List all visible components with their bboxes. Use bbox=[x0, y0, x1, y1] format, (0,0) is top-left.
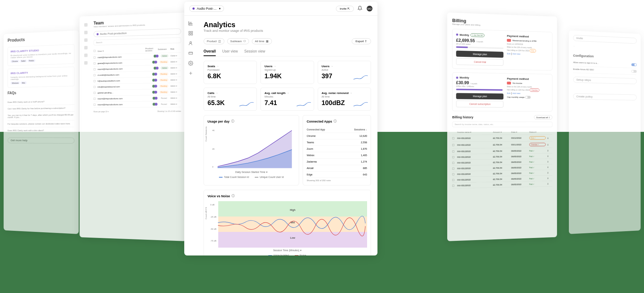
download-icon[interactable]: ⇩ bbox=[547, 172, 552, 174]
calendar-icon: ▦ bbox=[266, 40, 269, 43]
download-icon[interactable]: ⇩ bbox=[547, 177, 552, 179]
product-card[interactable]: IRIS CLARITYInstantly remove distracting… bbox=[8, 66, 74, 88]
stat-card[interactable]: Users →Signed up1.94K bbox=[260, 61, 314, 84]
download-all-button[interactable]: Download all ⇩ bbox=[534, 115, 552, 120]
row-checkbox[interactable] bbox=[94, 62, 96, 64]
row-checkbox[interactable] bbox=[94, 86, 96, 88]
cancel-button[interactable]: Cancel subscription bbox=[456, 100, 504, 108]
info-icon[interactable]: ⓘ bbox=[231, 119, 234, 124]
subteam-filter[interactable]: Subteam ⚇ bbox=[227, 38, 249, 44]
invoice-row[interactable]: INV-03112022£2,706.5403/11/2022Overdue ✓… bbox=[452, 141, 552, 149]
download-icon[interactable]: ⇩ bbox=[547, 149, 552, 152]
download-icon[interactable]: ⇩ bbox=[547, 182, 552, 185]
cube-icon: ◫ bbox=[218, 40, 221, 43]
info-icon[interactable]: ⓘ bbox=[231, 194, 235, 198]
setup-steps-button[interactable]: Setup steps bbox=[573, 76, 637, 84]
nav-billing-icon[interactable] bbox=[188, 51, 193, 56]
download-icon[interactable]: ⇩ bbox=[547, 166, 552, 168]
stat-card[interactable]: Avg. call length →Minutes7.41 bbox=[260, 88, 314, 111]
nav-icon[interactable] bbox=[84, 46, 87, 50]
row-checkbox[interactable] bbox=[94, 92, 96, 94]
nav-icon[interactable] bbox=[84, 54, 87, 57]
create-policy-button[interactable]: Create policy bbox=[573, 93, 637, 100]
stat-card[interactable]: Avg. noise removed →All time100dBZ bbox=[318, 88, 371, 111]
analytics-header: Audio Post-… ▾ Invite ⇱ MO bbox=[184, 2, 377, 16]
rows-per-page[interactable]: Rows per page 10 ▾ bbox=[94, 110, 109, 113]
export-button[interactable]: Export ⇪ bbox=[352, 38, 371, 44]
voice-title: Voice vs Noise bbox=[208, 194, 230, 198]
download-icon[interactable]: ⇩ bbox=[547, 160, 552, 163]
team-sidebar bbox=[84, 21, 90, 233]
svg-rect-1 bbox=[191, 31, 192, 33]
chevron-down-icon: ▾ bbox=[219, 7, 221, 10]
history-title: Billing history bbox=[452, 115, 473, 119]
download-icon[interactable]: ⇩ bbox=[547, 137, 552, 139]
app-row: Webex1,465 bbox=[307, 152, 367, 159]
analytics-panel: Audio Post-… ▾ Invite ⇱ MO Analytics Tra… bbox=[184, 2, 377, 255]
workspace-selector[interactable]: Audio Post-… ▾ bbox=[189, 5, 224, 12]
team-row[interactable]: naomi@irisproductions.comPausedAdmin ▾ bbox=[94, 95, 181, 102]
nav-icon[interactable] bbox=[84, 38, 87, 42]
cancel-button[interactable]: Cancel trial bbox=[456, 58, 504, 66]
user-icon: ⚇ bbox=[243, 40, 246, 43]
product-card[interactable]: IRIS CLARITY STUDIOBi-directional voice … bbox=[8, 44, 74, 66]
stat-card[interactable]: Calls →All time65.3K bbox=[204, 88, 257, 111]
time-filter[interactable]: All time ▦ bbox=[252, 38, 272, 44]
nav-icon[interactable] bbox=[84, 23, 87, 27]
nav-analytics-icon[interactable] bbox=[188, 21, 193, 26]
pagination-info: Showing 1 to 10 of 142 entries bbox=[157, 110, 181, 112]
row-checkbox[interactable] bbox=[94, 98, 96, 100]
team-row[interactable]: naomi@irisproductions.comPausedAdmin ▾ bbox=[94, 101, 181, 108]
side-nav bbox=[184, 16, 197, 81]
row-checkbox[interactable] bbox=[94, 104, 96, 106]
row-checkbox[interactable] bbox=[94, 80, 96, 82]
app-row: Teams2,558 bbox=[307, 139, 367, 146]
invite-button[interactable]: Invite ⇱ bbox=[336, 6, 354, 12]
tab-session-view[interactable]: Session view bbox=[244, 49, 265, 56]
stat-card[interactable]: Seats →Purchased6.8K bbox=[204, 61, 257, 84]
team-breadcrumb[interactable]: Audio Post-production bbox=[94, 28, 181, 37]
toggle-switch[interactable] bbox=[631, 63, 637, 66]
download-icon[interactable]: ⇩ bbox=[547, 155, 552, 157]
svg-text:-50 dB: -50 dB bbox=[210, 228, 216, 230]
faq-item[interactable]: For bespoke solutions, please contact ou… bbox=[8, 120, 74, 127]
row-checkbox[interactable] bbox=[94, 74, 96, 76]
faq-item[interactable]: Can I test IRIS Clarity for free before … bbox=[8, 105, 74, 112]
download-icon[interactable]: ⇩ bbox=[547, 143, 552, 146]
voice-noise-card: Voice vs Noise ⓘ Count dB FS High Mid Lo… bbox=[204, 190, 371, 255]
info-icon[interactable]: ⓘ bbox=[333, 119, 337, 124]
user-avatar[interactable]: MO bbox=[367, 6, 372, 11]
team-panel: Team View members' access and permission… bbox=[79, 13, 186, 241]
legend-total: Total Count Session Id bbox=[219, 176, 249, 178]
nav-team-icon[interactable] bbox=[188, 41, 193, 46]
tab-overall[interactable]: Overall bbox=[204, 49, 216, 56]
team-search[interactable]: Search bbox=[94, 37, 181, 45]
nav-grid-icon[interactable] bbox=[188, 31, 193, 36]
invoice-search[interactable]: Search by invoice name, date, status, et… bbox=[452, 121, 552, 127]
faq-item[interactable]: Yes, you can try it free for 7 days, aft… bbox=[8, 111, 74, 121]
invite-button[interactable]: Invite bbox=[573, 35, 637, 44]
nav-add-icon[interactable] bbox=[188, 71, 193, 76]
svg-text:0: 0 bbox=[212, 166, 213, 168]
tab-user-view[interactable]: User view bbox=[222, 49, 238, 56]
get-help-button[interactable]: Get more help bbox=[8, 137, 74, 143]
notifications-icon[interactable] bbox=[357, 6, 363, 11]
nav-icon[interactable] bbox=[84, 31, 87, 34]
upload-icon: ⇪ bbox=[365, 40, 367, 43]
product-filter[interactable]: Product ◫ bbox=[204, 38, 224, 44]
stat-card[interactable]: Users →Active397 bbox=[318, 61, 371, 84]
svg-text:0 dB: 0 dB bbox=[210, 204, 215, 206]
invoice-row[interactable]: INV-03122022£2,706.5403/12/2022Due ✓⇩ bbox=[452, 135, 552, 142]
manage-plan-button[interactable]: Manage plan bbox=[456, 93, 504, 99]
nav-icon[interactable] bbox=[84, 61, 87, 65]
faq-item[interactable]: Does IRIS Clarity work on a VoIP phone? bbox=[8, 98, 74, 105]
faq-item[interactable]: Does IRIS Clarity work with a thin clien… bbox=[8, 127, 74, 134]
apps-footnote: Showing 202 of 202 rows bbox=[307, 179, 367, 182]
svg-rect-2 bbox=[189, 34, 190, 35]
nav-settings-icon[interactable] bbox=[188, 61, 193, 66]
app-row: Zadarma1,274 bbox=[307, 159, 367, 165]
toggle-switch[interactable] bbox=[631, 70, 637, 73]
row-checkbox[interactable] bbox=[94, 68, 96, 70]
manage-plan-button[interactable]: Manage plan bbox=[456, 51, 504, 58]
row-checkbox[interactable] bbox=[94, 56, 96, 59]
